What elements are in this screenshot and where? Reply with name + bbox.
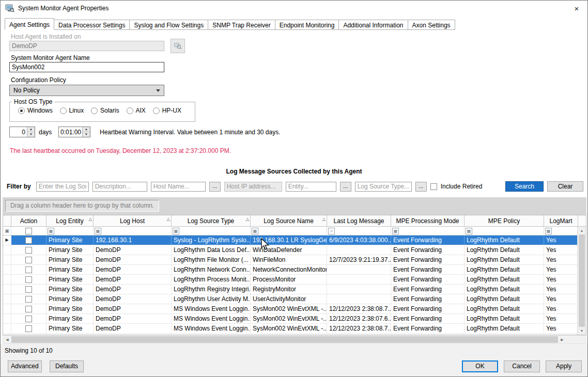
spin-up-icon[interactable]: ▲	[83, 127, 90, 132]
cancel-button[interactable]: Cancel	[504, 360, 540, 372]
time-spinner[interactable]: 0:01:00 ▲▼	[58, 127, 90, 137]
grid-row[interactable]: Primary SiteDemoDPLogRhythm Process Moni…	[3, 275, 586, 285]
grid-row[interactable]: Primary SiteDemoDPMS Windows Event Loggi…	[3, 324, 586, 334]
row-checkbox[interactable]	[25, 325, 32, 332]
log-source-type-filter-input[interactable]	[355, 182, 412, 192]
spin-up-icon[interactable]: ▲	[27, 127, 35, 132]
grid-row[interactable]: ▶Primary Site192.168.30.1Syslog - LogRhy…	[3, 235, 586, 245]
agent-name-input[interactable]	[9, 62, 164, 72]
os-radio-windows[interactable]: Windows	[18, 107, 53, 114]
row-checkbox[interactable]	[25, 306, 32, 312]
clear-button[interactable]: Clear	[547, 181, 583, 192]
cell-policy: LogRhythm Default	[465, 275, 544, 284]
filter-cell-last-log-message: =	[327, 227, 391, 235]
column-filter-icon[interactable]: ▦	[466, 228, 472, 234]
grid-row[interactable]: Primary SiteDemoDPLogRhythm Registry Int…	[3, 285, 586, 294]
column-header-log-entity[interactable]: Log Entity△	[47, 215, 94, 226]
tab-axon-settings[interactable]: Axon Settings	[408, 20, 455, 30]
column-filter-icon[interactable]: ▦	[95, 228, 101, 234]
tab-agent-settings[interactable]: Agent Settings	[5, 18, 54, 30]
days-spinner[interactable]: 0 ▲▼	[9, 127, 35, 137]
ok-button[interactable]: OK	[462, 360, 498, 372]
config-policy-select[interactable]: No Policy	[9, 85, 164, 96]
vertical-scroll-thumb[interactable]	[579, 234, 585, 327]
column-header-log-source-type[interactable]: Log Source Type△	[172, 215, 251, 226]
column-filter-icon[interactable]: ▦	[48, 228, 54, 234]
column-filter-icon[interactable]: =	[328, 228, 335, 234]
host-browse-button[interactable]	[171, 39, 185, 53]
vertical-scrollbar[interactable]: ▲ ▼	[577, 227, 586, 335]
scroll-right-icon[interactable]: ▶	[558, 338, 566, 342]
tab-additional-information[interactable]: Additional Information	[339, 20, 408, 30]
column-header-logmart[interactable]: LogMart	[544, 215, 578, 226]
cell-action	[11, 255, 47, 264]
log-source-type-browse-button[interactable]: ...	[415, 182, 427, 192]
scroll-down-icon[interactable]: ▼	[578, 327, 586, 335]
host-name-browse-button[interactable]: ...	[209, 182, 221, 192]
cell-policy: LogRhythm Default	[465, 304, 544, 313]
radio-label: Linux	[69, 107, 84, 114]
mouse-cursor	[261, 238, 270, 252]
row-checkbox[interactable]	[25, 286, 32, 293]
scroll-left-icon[interactable]: ◀	[3, 338, 11, 342]
radio-label: AIX	[136, 107, 146, 114]
grid-row[interactable]: Primary SiteDemoDPLogRhythm File Monitor…	[3, 255, 586, 265]
include-retired-checkbox[interactable]	[430, 183, 437, 190]
column-filter-icon[interactable]: ▦	[392, 228, 399, 234]
tab-snmp-trap-receiver[interactable]: SNMP Trap Receiver	[208, 20, 275, 30]
column-header-log-source-name[interactable]: Log Source Name△	[251, 215, 327, 226]
column-header-mpe-policy[interactable]: MPE Policy	[465, 215, 544, 226]
close-icon[interactable]: ×	[569, 2, 584, 15]
time-spin-buttons[interactable]: ▲▼	[82, 127, 90, 137]
select-all-checkbox[interactable]	[25, 228, 32, 234]
host-ip-filter-input[interactable]	[224, 182, 282, 192]
row-checkbox[interactable]	[25, 276, 32, 283]
column-header-action[interactable]: Action	[11, 215, 47, 226]
host-agent-input[interactable]	[9, 41, 164, 51]
spin-down-icon[interactable]: ▼	[83, 132, 90, 137]
entity-filter-input[interactable]	[286, 182, 336, 192]
column-filter-icon[interactable]: ▦	[545, 228, 552, 234]
days-spin-buttons[interactable]: ▲▼	[27, 127, 35, 137]
row-checkbox[interactable]	[25, 266, 32, 273]
column-header-mpe-processing-mode[interactable]: MPE Processing Mode	[391, 215, 465, 226]
column-header-last-log-message[interactable]: Last Log Message	[327, 215, 391, 226]
os-radio-hp-ux[interactable]: HP-UX	[153, 107, 181, 114]
description-filter-input[interactable]	[92, 182, 147, 192]
grid-row[interactable]: Primary SiteDemoDPLogRhythm User Activit…	[3, 294, 586, 304]
cell-source-type: LogRhythm Network Conn...	[172, 265, 251, 274]
grid-row[interactable]: Primary SiteDemoDPLogRhythm Network Conn…	[3, 265, 586, 275]
tab-data-processor-settings[interactable]: Data Processor Settings	[54, 20, 130, 30]
grid-row[interactable]: Primary SiteDemoDPLogRhythm Data Loss De…	[3, 245, 586, 255]
defaults-button[interactable]: Defaults	[50, 360, 84, 372]
cell-mode: Event Forwarding	[391, 265, 465, 274]
apply-button[interactable]: Apply	[546, 360, 582, 372]
row-checkbox[interactable]	[25, 247, 32, 254]
row-checkbox[interactable]	[25, 316, 32, 322]
tab-endpoint-monitoring[interactable]: Endpoint Monitoring	[275, 20, 339, 30]
tab-syslog-and-flow-settings[interactable]: Syslog and Flow Settings	[130, 20, 208, 30]
radio-icon	[18, 107, 25, 114]
grid-row[interactable]: Primary SiteDemoDPMS Windows Event Loggi…	[3, 314, 586, 324]
spin-down-icon[interactable]: ▼	[27, 132, 35, 137]
row-checkbox[interactable]	[25, 296, 32, 303]
column-filter-icon[interactable]: ▦	[252, 228, 258, 234]
log-source-filter-input[interactable]	[36, 182, 89, 192]
search-button[interactable]: Search	[505, 181, 544, 192]
row-checkbox[interactable]	[25, 237, 32, 244]
horizontal-scroll-thumb[interactable]	[11, 336, 558, 343]
host-name-filter-input[interactable]	[151, 182, 206, 192]
os-radio-aix[interactable]: AIX	[127, 107, 146, 114]
column-filter-icon[interactable]: ▦	[173, 228, 179, 234]
scroll-up-icon[interactable]: ▲	[578, 227, 586, 234]
group-hint: Drag a column header here to group by th…	[5, 200, 159, 212]
grid-row[interactable]: Primary SiteDemoDPMS Windows Event Loggi…	[3, 304, 586, 314]
column-header-log-host[interactable]: Log Host△	[94, 215, 172, 226]
indicator-header	[3, 215, 11, 226]
horizontal-scrollbar[interactable]: ◀ ▶	[3, 335, 586, 344]
os-radio-solaris[interactable]: Solaris	[91, 107, 119, 114]
row-checkbox[interactable]	[25, 257, 32, 263]
advanced-button[interactable]: Advanced	[8, 360, 42, 372]
os-radio-linux[interactable]: Linux	[60, 107, 84, 114]
entity-browse-button[interactable]: ...	[340, 182, 351, 192]
